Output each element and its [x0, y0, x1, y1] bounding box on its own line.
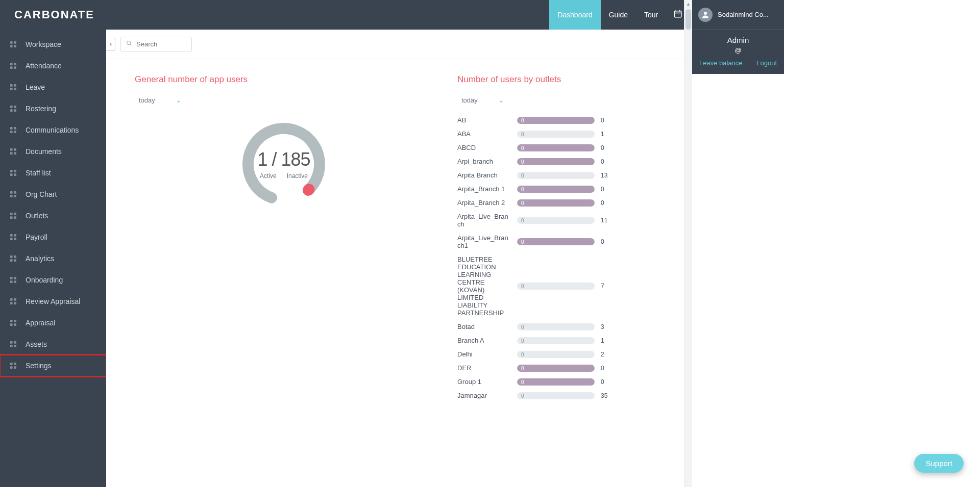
outlet-bar: 0 — [517, 238, 595, 245]
outlet-row: Botad03 — [457, 323, 755, 330]
sidebar-item-outlets[interactable]: Outlets — [0, 205, 106, 226]
outlet-bar: 0 — [517, 186, 595, 193]
sidebar-item-attendance[interactable]: Attendance — [0, 55, 106, 76]
svg-rect-27 — [14, 173, 16, 176]
chevron-down-icon: ⌄ — [498, 96, 504, 104]
svg-rect-13 — [14, 106, 16, 108]
outlet-row: Arpita Branch013 — [457, 171, 755, 179]
svg-rect-31 — [14, 195, 16, 197]
users-section-title: General number of app users — [135, 74, 433, 85]
sidebar-item-appraisal[interactable]: Appraisal — [0, 312, 106, 334]
leave-balance-link[interactable]: Leave balance — [699, 59, 743, 67]
sidebar-item-label: Leave — [26, 83, 45, 91]
svg-rect-63 — [14, 366, 16, 369]
svg-rect-43 — [14, 259, 16, 262]
outlet-name: DER — [457, 364, 511, 372]
outlet-bar: 0 — [517, 158, 595, 165]
leave-icon — [8, 82, 18, 92]
outlet-bar: 0 — [517, 351, 595, 358]
svg-rect-24 — [10, 170, 13, 172]
scrollbar-up-icon[interactable]: ▲ — [684, 0, 692, 8]
outlet-row: ABA01 — [457, 130, 755, 138]
collapse-sidebar-button[interactable] — [106, 38, 115, 51]
sidebar-item-communications[interactable]: Communications — [0, 119, 106, 141]
svg-rect-35 — [14, 216, 16, 219]
outlet-bar: 0 — [517, 323, 595, 330]
svg-rect-60 — [10, 363, 13, 365]
outlet-name: BLUETREE EDUCATION LEARNING CENTRE (KOVA… — [457, 255, 511, 317]
outlet-count: 35 — [601, 392, 613, 399]
search-box[interactable] — [120, 37, 192, 52]
sidebar-item-assets[interactable]: Assets — [0, 334, 106, 355]
outlet-row: Group 100 — [457, 378, 755, 386]
scrollbar-thumb[interactable] — [685, 9, 691, 30]
payroll-icon — [8, 232, 18, 242]
svg-rect-61 — [14, 363, 16, 365]
svg-rect-42 — [10, 259, 13, 262]
svg-rect-15 — [14, 109, 16, 112]
search-input[interactable] — [136, 40, 186, 48]
outlet-bar-value: 0 — [521, 218, 524, 223]
scrollbar[interactable]: ▲ — [684, 0, 692, 487]
sidebar-item-leave[interactable]: Leave — [0, 76, 106, 98]
svg-rect-59 — [14, 345, 16, 347]
outlet-count: 1 — [601, 131, 613, 138]
sidebar-item-onboarding[interactable]: Onboarding — [0, 269, 106, 291]
appraisal-icon — [8, 318, 18, 328]
outlet-row: Delhi02 — [457, 350, 755, 358]
search-icon — [126, 40, 132, 48]
sidebar-item-review-appraisal[interactable]: Review Appraisal — [0, 291, 106, 312]
svg-rect-62 — [10, 366, 13, 369]
sidebar-item-payroll[interactable]: Payroll — [0, 226, 106, 248]
sidebar-item-workspace[interactable]: Workspace — [0, 34, 106, 55]
topnav-guide[interactable]: Guide — [601, 0, 636, 30]
svg-rect-7 — [14, 66, 16, 69]
outlet-count: 13 — [601, 172, 613, 179]
logout-link[interactable]: Logout — [756, 59, 777, 67]
topnav-tour[interactable]: Tour — [636, 0, 666, 30]
sidebar-item-staff-list[interactable]: Staff list — [0, 162, 106, 184]
outlet-row: AB00 — [457, 116, 755, 124]
outlet-name: ABA — [457, 130, 511, 138]
outlet-bar: 0 — [517, 283, 595, 290]
outlet-row: Arpita_Branch 200 — [457, 199, 755, 207]
svg-rect-57 — [14, 341, 16, 344]
user-panel-header[interactable]: Sodainmind Co... — [692, 0, 784, 30]
outlet-name: Arpita_Live_Branch — [457, 213, 511, 228]
sidebar-nav: WorkspaceAttendanceLeaveRosteringCommuni… — [0, 30, 106, 376]
outlet-row: Arpita_Branch 100 — [457, 185, 755, 193]
outlet-count: 0 — [601, 199, 613, 207]
sidebar-item-rostering[interactable]: Rostering — [0, 98, 106, 119]
support-button[interactable]: Support — [914, 454, 964, 473]
sidebar-item-org-chart[interactable]: Org Chart — [0, 184, 106, 205]
svg-rect-34 — [10, 216, 13, 219]
topnav-dashboard[interactable]: Dashboard — [549, 0, 601, 30]
outlet-bar-value: 0 — [521, 351, 524, 357]
svg-rect-23 — [14, 152, 16, 155]
svg-rect-49 — [14, 298, 16, 301]
outlet-row: DER00 — [457, 364, 755, 372]
sidebar-item-analytics[interactable]: Analytics — [0, 248, 106, 269]
sidebar-item-label: Rostering — [26, 105, 56, 113]
sidebar-item-label: Review Appraisal — [26, 297, 80, 305]
outlets-period-value: today — [461, 96, 478, 104]
sidebar-item-documents[interactable]: Documents — [0, 141, 106, 162]
outlet-name: Arpita_Live_Branch1 — [457, 234, 511, 249]
users-inactive-label: Inactive — [287, 172, 308, 180]
svg-rect-45 — [14, 277, 16, 279]
avatar — [698, 8, 713, 22]
outlets-icon — [8, 211, 18, 221]
svg-rect-9 — [14, 84, 16, 87]
outlets-period-select[interactable]: today ⌄ — [457, 94, 508, 106]
documents-icon — [8, 146, 18, 157]
outlet-name: ABCD — [457, 144, 511, 151]
svg-rect-19 — [14, 131, 16, 133]
svg-rect-3 — [14, 45, 16, 47]
users-period-select[interactable]: today ⌄ — [135, 94, 186, 106]
outlet-bar-value: 0 — [521, 200, 524, 206]
sidebar-item-settings[interactable]: Settings — [0, 355, 106, 376]
outlet-row: Arpita_Live_Branch011 — [457, 213, 755, 228]
outlet-bar-value: 0 — [521, 393, 524, 398]
sidebar-item-label: Org Chart — [26, 190, 57, 198]
brand-logo: CARBONATE — [0, 0, 106, 30]
